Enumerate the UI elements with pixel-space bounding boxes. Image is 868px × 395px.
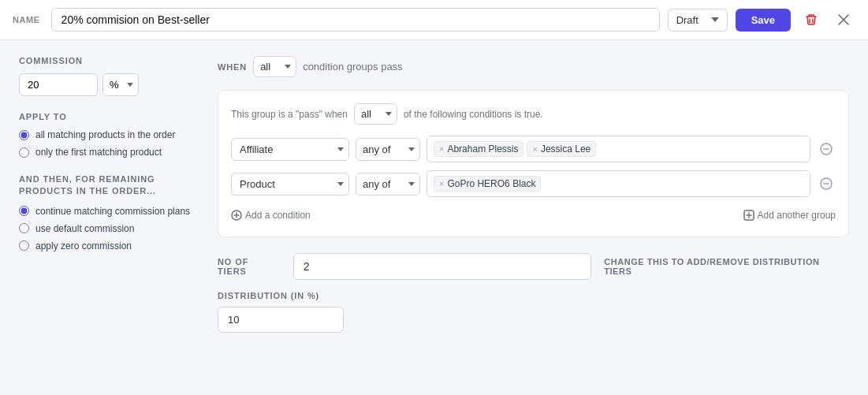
add-group-label: Add another group	[758, 210, 836, 221]
close-button[interactable]	[832, 11, 855, 28]
tag-gopro: × GoPro HERO6 Black	[434, 176, 541, 192]
when-label: WHEN	[218, 62, 247, 72]
and-then-label: AND THEN, FOR REMAINING PRODUCTS IN THE …	[19, 173, 192, 198]
plus-circle-icon	[231, 210, 242, 221]
tiers-input[interactable]	[293, 253, 592, 280]
tag-x-1[interactable]: ×	[439, 144, 444, 154]
plus-square-icon	[743, 210, 754, 221]
add-condition-label: Add a condition	[245, 210, 311, 221]
commission-label: COMMISSION	[19, 56, 192, 65]
use-default-label: use default commission	[35, 223, 134, 234]
add-group-button[interactable]: Add another group	[743, 207, 836, 224]
apply-all-option[interactable]: all matching products in the order	[19, 129, 192, 140]
apply-first-option[interactable]: only the first matching product	[19, 147, 192, 158]
main-content: COMMISSION % $ APPLY TO all matching pro…	[0, 40, 868, 348]
distribution-section: DISTRIBUTION (IN %)	[218, 291, 849, 333]
group-pass-row: This group is a "pass" when all any of t…	[231, 103, 836, 125]
group-actions: Add a condition Add another group	[231, 207, 836, 224]
name-input[interactable]	[51, 8, 660, 32]
tag-x-2[interactable]: ×	[532, 144, 537, 154]
pass-prefix: This group is a "pass" when	[231, 109, 348, 120]
minus-circle-icon-1	[820, 143, 833, 155]
tag-jessica-lee: × Jessica Lee	[527, 141, 596, 157]
trash-icon	[805, 13, 818, 26]
close-icon	[838, 14, 849, 25]
tag-label-gopro: GoPro HERO6 Black	[447, 178, 535, 189]
commission-unit-select[interactable]: % $	[102, 73, 139, 96]
tag-abraham-plessis: × Abraham Plessis	[434, 141, 523, 157]
distribution-label: DISTRIBUTION (IN %)	[218, 291, 849, 300]
commission-row: % $	[19, 73, 192, 96]
use-default-option[interactable]: use default commission	[19, 223, 192, 234]
apply-to-section: APPLY TO all matching products in the or…	[19, 112, 192, 158]
when-select[interactable]: all any	[253, 56, 296, 77]
top-bar: NAME Draft Active Save	[0, 0, 868, 40]
tiers-label: NO OF TIERS	[218, 257, 281, 276]
condition-groups-text: condition groups pass	[303, 61, 402, 73]
pass-suffix: of the following conditions is true.	[404, 109, 543, 120]
pass-select[interactable]: all any	[354, 103, 397, 125]
continue-matching-option[interactable]: continue matching commission plans	[19, 206, 192, 217]
tiers-hint: CHANGE THIS TO ADD/REMOVE DISTRIBUTION T…	[604, 257, 849, 276]
apply-all-label: all matching products in the order	[35, 129, 175, 140]
condition-operator-select-2[interactable]: any of all of none of	[356, 173, 420, 196]
condition-tags-box-2[interactable]: × GoPro HERO6 Black	[427, 170, 810, 197]
name-label: NAME	[13, 15, 40, 24]
apply-to-radio-group: all matching products in the order only …	[19, 129, 192, 158]
condition-row-product: Product Affiliate Order any of all of no…	[231, 170, 836, 197]
left-panel: COMMISSION % $ APPLY TO all matching pro…	[19, 56, 192, 333]
condition-type-select-2[interactable]: Product Affiliate Order	[231, 173, 349, 196]
condition-type-select-1[interactable]: Affiliate Product Order	[231, 138, 349, 161]
save-button[interactable]: Save	[736, 9, 791, 32]
apply-first-label: only the first matching product	[35, 147, 162, 158]
distribution-input[interactable]	[218, 307, 344, 333]
and-then-section: AND THEN, FOR REMAINING PRODUCTS IN THE …	[19, 173, 192, 252]
status-select[interactable]: Draft Active	[668, 9, 728, 32]
when-row: WHEN all any condition groups pass	[218, 56, 849, 77]
apply-to-label: APPLY TO	[19, 112, 192, 121]
remove-condition-2-button[interactable]	[817, 174, 836, 193]
tag-label-abraham: Abraham Plessis	[447, 143, 518, 155]
continue-matching-label: continue matching commission plans	[35, 206, 190, 217]
condition-operator-select-1[interactable]: any of all of none of	[356, 138, 420, 161]
condition-tags-box-1[interactable]: × Abraham Plessis × Jessica Lee	[427, 136, 810, 162]
commission-input[interactable]	[19, 73, 98, 96]
right-panel: WHEN all any condition groups pass This …	[218, 56, 849, 333]
and-then-radio-group: continue matching commission plans use d…	[19, 206, 192, 252]
condition-row-affiliate: Affiliate Product Order any of all of no…	[231, 136, 836, 162]
remove-condition-1-button[interactable]	[817, 140, 836, 158]
delete-button[interactable]	[799, 10, 824, 29]
tag-label-jessica: Jessica Lee	[541, 143, 590, 155]
tag-x-gopro[interactable]: ×	[439, 179, 444, 188]
minus-circle-icon-2	[820, 177, 833, 190]
condition-group-box: This group is a "pass" when all any of t…	[218, 90, 849, 237]
apply-zero-option[interactable]: apply zero commission	[19, 240, 192, 252]
tiers-section: NO OF TIERS CHANGE THIS TO ADD/REMOVE DI…	[218, 253, 849, 280]
add-condition-button[interactable]: Add a condition	[231, 207, 311, 224]
apply-zero-label: apply zero commission	[35, 240, 132, 252]
